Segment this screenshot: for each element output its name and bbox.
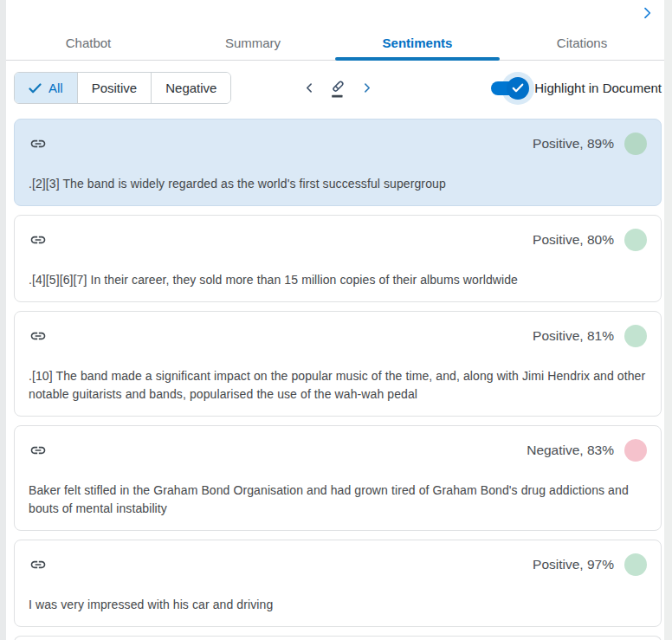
- filter-positive-button[interactable]: Positive: [77, 73, 152, 103]
- chevron-right-icon: [640, 6, 654, 20]
- chevron-right-icon: [361, 82, 372, 94]
- highlighter-button[interactable]: [327, 76, 348, 100]
- checkmark-icon: [29, 83, 42, 94]
- page-left-margin: [0, 0, 6, 640]
- card-header: Positive, 81%: [29, 325, 647, 347]
- sentiment-card-partial[interactable]: [14, 636, 662, 640]
- sentiments-toolbar: All Positive Negative: [14, 72, 662, 104]
- sentiment-card[interactable]: Positive, 81% .[10] The band made a sign…: [14, 311, 662, 417]
- sentiment-filter-group: All Positive Negative: [14, 72, 231, 104]
- card-header: Negative, 83%: [29, 439, 647, 462]
- sentiment-score-label: Positive, 80%: [533, 232, 614, 248]
- sentiment-score-label: Positive, 89%: [533, 136, 614, 152]
- sentiment-text: .[10] The band made a significant impact…: [29, 367, 647, 404]
- sentiment-card[interactable]: Positive, 89% .[2][3] The band is widely…: [14, 119, 662, 206]
- tab-citations[interactable]: Citations: [500, 26, 664, 60]
- panel-top-bar: [6, 0, 664, 26]
- sentiment-card[interactable]: Positive, 97% I was very impressed with …: [14, 540, 662, 627]
- sentiment-card[interactable]: Negative, 83% Baker felt stifled in the …: [14, 425, 662, 531]
- sentiment-text: .[4][5][6][7] In their career, they sold…: [29, 271, 647, 289]
- sentiment-score-label: Positive, 97%: [533, 557, 614, 572]
- sentiment-card-list: Positive, 89% .[2][3] The band is widely…: [14, 119, 662, 640]
- checkmark-icon: [512, 83, 524, 93]
- sentiment-text: .[2][3] The band is widely regarded as t…: [29, 175, 647, 193]
- highlight-toggle-group: Highlight in Document: [491, 72, 662, 105]
- tab-bar: Chatbot Summary Sentiments Citations: [6, 26, 664, 61]
- sentiment-color-dot: [624, 439, 647, 462]
- sentiment-color-dot: [624, 553, 647, 576]
- filter-all-label: All: [48, 81, 63, 95]
- filter-all-button[interactable]: All: [15, 73, 77, 103]
- sentiment-score-label: Negative, 83%: [527, 443, 614, 458]
- card-header: Positive, 89%: [29, 133, 647, 155]
- tab-chatbot[interactable]: Chatbot: [6, 26, 171, 60]
- highlight-nav-group: [299, 76, 377, 100]
- sentiment-text: I was very impressed with his car and dr…: [29, 596, 647, 614]
- card-header: Positive, 80%: [29, 229, 647, 251]
- link-icon[interactable]: [29, 326, 48, 346]
- toggle-knob: [507, 77, 529, 100]
- sentiment-score-label: Positive, 81%: [533, 328, 614, 344]
- link-icon[interactable]: [29, 555, 48, 574]
- link-icon[interactable]: [29, 134, 48, 153]
- sentiment-card[interactable]: Positive, 80% .[4][5][6][7] In their car…: [14, 215, 662, 302]
- chevron-left-icon: [304, 82, 315, 94]
- highlight-toggle-label: Highlight in Document: [534, 81, 662, 95]
- collapse-panel-button[interactable]: [636, 3, 657, 23]
- sentiment-color-dot: [624, 229, 647, 251]
- scrollbar-track[interactable]: [664, 0, 672, 640]
- next-sentiment-button[interactable]: [356, 76, 377, 100]
- filter-negative-button[interactable]: Negative: [151, 73, 230, 103]
- tab-sentiments[interactable]: Sentiments: [335, 26, 500, 60]
- tab-summary[interactable]: Summary: [171, 26, 335, 60]
- sentiment-color-dot: [624, 325, 647, 347]
- previous-sentiment-button[interactable]: [299, 76, 320, 100]
- link-icon[interactable]: [29, 230, 48, 249]
- sentiment-color-dot: [624, 133, 647, 155]
- highlighter-pen-icon: [328, 78, 347, 99]
- sentiments-panel: Chatbot Summary Sentiments Citations All…: [6, 0, 664, 640]
- sentiment-text: Baker felt stifled in the Graham Bond Or…: [29, 482, 647, 518]
- highlight-in-document-toggle[interactable]: [491, 72, 526, 105]
- link-icon[interactable]: [29, 441, 48, 460]
- card-header: Positive, 97%: [29, 553, 647, 576]
